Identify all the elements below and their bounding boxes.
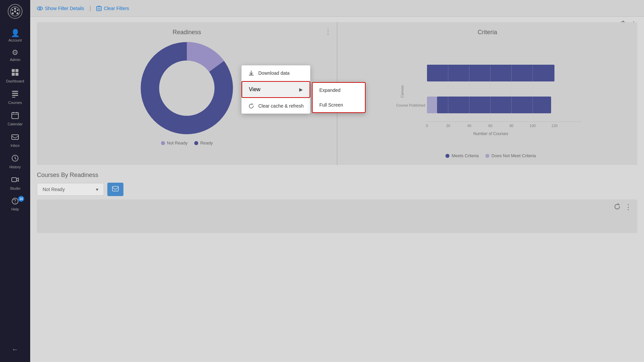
second-refresh-icon	[614, 203, 621, 210]
svg-text:Number of Courses: Number of Courses	[473, 131, 508, 136]
sidebar-item-history[interactable]: History	[0, 151, 30, 172]
svg-rect-36	[437, 97, 551, 113]
clear-filters-label: Clear Filters	[104, 6, 129, 11]
view-label: View	[249, 86, 260, 93]
legend-ready: Ready	[194, 140, 213, 145]
dashboard-icon	[11, 68, 19, 78]
svg-text:0: 0	[426, 124, 428, 128]
svg-rect-15	[12, 113, 18, 119]
inbox-icon	[11, 133, 19, 142]
sidebar-item-courses[interactable]: Courses	[0, 86, 30, 108]
clear-cache-item[interactable]: Clear cache & refresh	[241, 98, 310, 114]
download-data-item[interactable]: Download data	[241, 65, 310, 81]
svg-point-4	[14, 10, 16, 12]
donut-chart	[140, 41, 234, 135]
meets-label: Meets Criteria	[451, 153, 479, 158]
sidebar-item-calendar[interactable]: Calendar	[0, 108, 30, 129]
admin-icon: ⚙	[12, 49, 18, 56]
svg-text:20: 20	[446, 124, 450, 128]
svg-text:100: 100	[530, 124, 536, 128]
account-icon: 👤	[11, 29, 20, 37]
svg-point-6	[17, 9, 19, 11]
svg-rect-52	[112, 186, 118, 191]
topbar-divider: |	[90, 5, 91, 12]
sidebar-label-admin: Admin	[10, 58, 20, 62]
sidebar-item-help[interactable]: 10 Help	[0, 194, 30, 215]
svg-point-3	[12, 12, 14, 14]
svg-rect-11	[12, 91, 18, 92]
donut-legend: Not Ready Ready	[161, 140, 213, 145]
sidebar-item-admin[interactable]: ⚙ Admin	[0, 46, 30, 65]
sidebar-label-account: Account	[8, 38, 22, 42]
full-screen-label: Full Screen	[319, 102, 343, 108]
svg-rect-19	[12, 135, 18, 139]
second-card-more-button[interactable]: ⋮	[625, 203, 632, 212]
clear-filters-button[interactable]: Clear Filters	[96, 5, 129, 11]
second-card-refresh-button[interactable]	[614, 203, 621, 212]
sidebar-item-studio[interactable]: Studio	[0, 172, 30, 194]
svg-rect-21	[12, 178, 16, 182]
svg-point-32	[159, 61, 214, 116]
second-card: ⋮	[37, 199, 637, 233]
svg-rect-9	[12, 73, 15, 76]
clear-cache-label: Clear cache & refresh	[258, 103, 304, 109]
bar-chart-wrapper: Canvas Course Published 0 20 40 60	[344, 41, 631, 158]
sidebar-label-dashboard: Dashboard	[6, 79, 24, 83]
bar-chart: Canvas Course Published 0 20 40 60	[351, 45, 631, 152]
svg-rect-13	[12, 95, 18, 96]
readiness-menu-button[interactable]: ⋮	[325, 27, 331, 36]
show-filter-details-button[interactable]: Show Filter Details	[37, 5, 84, 11]
sidebar: 👤 Account ⚙ Admin Dashboard Courses	[0, 0, 30, 362]
svg-rect-35	[427, 97, 437, 113]
readiness-filter-select[interactable]: Not Ready ▾	[37, 183, 104, 196]
svg-point-2	[16, 12, 18, 14]
ready-label: Ready	[200, 140, 213, 145]
help-badge-count: 10	[18, 196, 24, 202]
second-card-actions: ⋮	[614, 203, 632, 212]
sidebar-collapse-button[interactable]: ←	[12, 340, 18, 359]
courses-by-readiness-title: Courses By Readiness	[37, 172, 637, 179]
criteria-legend: Meets Criteria Does Not Meet Criteria	[351, 153, 631, 158]
criteria-card: Criteria Canvas Course Published	[337, 22, 637, 165]
legend-not-meets: Does Not Meet Criteria	[485, 153, 536, 158]
svg-point-24	[37, 7, 43, 10]
criteria-title: Criteria	[344, 29, 631, 36]
sidebar-item-dashboard[interactable]: Dashboard	[0, 65, 30, 86]
email-button[interactable]	[107, 183, 123, 196]
meets-dot	[445, 154, 449, 158]
chevron-right-icon: ▶	[299, 87, 303, 92]
legend-not-ready: Not Ready	[161, 140, 187, 145]
svg-text:40: 40	[467, 124, 471, 128]
refresh-small-icon	[248, 103, 254, 109]
readiness-title: Readiness	[44, 29, 330, 36]
expanded-label: Expanded	[319, 87, 340, 93]
sidebar-logo[interactable]	[7, 3, 23, 19]
svg-rect-10	[15, 73, 18, 76]
ready-dot	[194, 141, 198, 145]
trash-icon	[96, 5, 102, 11]
filter-select-value: Not Ready	[43, 187, 65, 192]
view-item[interactable]: View ▶	[241, 81, 310, 98]
svg-point-5	[12, 9, 13, 11]
svg-text:120: 120	[551, 124, 557, 128]
courses-by-readiness-section: Courses By Readiness Not Ready ▾	[37, 172, 637, 196]
svg-text:80: 80	[509, 124, 514, 128]
expanded-item[interactable]: Expanded	[313, 83, 365, 98]
svg-rect-8	[15, 69, 18, 72]
download-data-label: Download data	[258, 70, 289, 76]
svg-rect-14	[12, 97, 15, 98]
full-screen-item[interactable]: Full Screen	[313, 98, 365, 112]
svg-text:60: 60	[488, 124, 492, 128]
legend-meets: Meets Criteria	[445, 153, 479, 158]
main-content: Show Filter Details | Clear Filters	[30, 0, 644, 362]
sidebar-label-calendar: Calendar	[8, 122, 23, 126]
svg-text:Canvas: Canvas	[400, 85, 404, 98]
svg-rect-53	[249, 75, 254, 75]
dropdown-menu: Download data View ▶ Clear cache & refre…	[241, 65, 310, 114]
not-ready-label: Not Ready	[167, 140, 187, 145]
sidebar-item-inbox[interactable]: Inbox	[0, 129, 30, 151]
collapse-icon: ←	[12, 346, 18, 353]
svg-point-1	[14, 8, 16, 10]
sidebar-item-account[interactable]: 👤 Account	[0, 26, 30, 46]
not-meets-label: Does Not Meet Criteria	[491, 153, 536, 158]
